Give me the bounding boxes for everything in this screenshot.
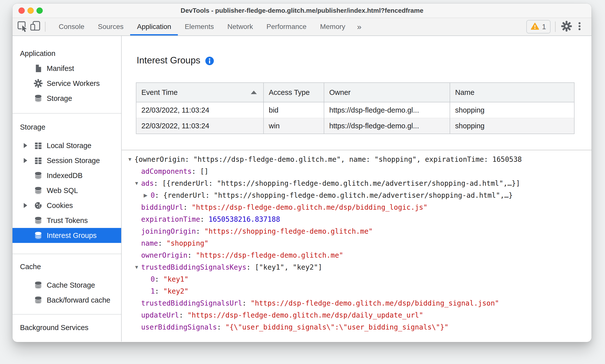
column-header-owner[interactable]: Owner: [324, 83, 450, 102]
sidebar-item-label: Trust Tokens: [47, 216, 88, 225]
column-header-label: Owner: [329, 88, 350, 97]
sidebar-item-back-forward-cache[interactable]: Back/forward cache: [12, 293, 121, 308]
property-key: trustedBiddingSignalsKeys: [141, 263, 246, 271]
property-key: updateUrl: [141, 311, 179, 319]
string-value: "{\"user_bidding_signals\":\"user_biddin…: [225, 323, 448, 331]
tab-network[interactable]: Network: [221, 18, 260, 35]
tree-expanded-arrow-icon[interactable]: ▼: [127, 157, 134, 162]
column-header-label: Name: [455, 88, 474, 97]
tree-expanded-arrow-icon[interactable]: ▼: [134, 264, 141, 270]
interest-group-details-tree: ▼{ownerOrigin: "https://dsp-fledge-demo.…: [122, 150, 592, 333]
expand-triangle-icon[interactable]: [24, 158, 34, 163]
preview-text: :: [196, 227, 204, 235]
tree-line[interactable]: biddingUrl: "https://dsp-fledge-demo.gli…: [122, 201, 592, 213]
tab-sources[interactable]: Sources: [91, 18, 130, 35]
tree-line[interactable]: trustedBiddingSignalsUrl: "https://dsp-f…: [122, 297, 592, 309]
tab-memory[interactable]: Memory: [313, 18, 352, 35]
column-header-name[interactable]: Name: [450, 83, 574, 102]
preview-text: : ["key1", "key2"]: [246, 263, 322, 271]
table-row[interactable]: 22/03/2022, 11:03:24bidhttps://dsp-fledg…: [136, 102, 574, 118]
property-key: userBiddingSignals: [141, 323, 217, 331]
zoom-button[interactable]: [36, 7, 43, 14]
tree-collapsed-arrow-icon[interactable]: ▶: [144, 192, 151, 198]
property-key: expirationTime: [141, 215, 200, 223]
tree-line[interactable]: ownerOrigin: "https://dsp-fledge-demo.gl…: [122, 249, 592, 261]
interest-groups-table: Event TimeAccess TypeOwnerName 22/03/202…: [136, 82, 575, 134]
sidebar-item-manifest[interactable]: Manifest: [12, 61, 121, 76]
tree-line[interactable]: joiningOrigin: "https://shopping-fledge-…: [122, 225, 592, 237]
tree-line[interactable]: updateUrl: "https://dsp-fledge-demo.glit…: [122, 309, 592, 321]
tab-performance[interactable]: Performance: [260, 18, 313, 35]
sidebar-item-label: Storage: [47, 94, 72, 103]
preview-text: :: [217, 323, 225, 331]
sidebar-item-trust-tokens[interactable]: Trust Tokens: [12, 213, 121, 228]
sidebar-section-background-services: Background ServicesBackground Fetch: [12, 315, 121, 342]
tree-line[interactable]: adComponents: []: [122, 165, 592, 177]
tree-line[interactable]: 0: "key1": [122, 273, 592, 285]
column-header-event-time[interactable]: Event Time: [136, 83, 264, 102]
sidebar-item-session-storage[interactable]: Session Storage: [12, 153, 121, 168]
db-icon: [34, 186, 43, 195]
tree-line[interactable]: ▼{ownerOrigin: "https://dsp-fledge-demo.…: [122, 153, 592, 165]
sidebar-item-label: Cookies: [47, 201, 73, 210]
sidebar-item-storage[interactable]: Storage: [12, 91, 121, 106]
sidebar-item-background-fetch[interactable]: Background Fetch: [12, 339, 121, 342]
sidebar-item-interest-groups[interactable]: Interest Groups: [12, 228, 121, 243]
sidebar-item-web-sql[interactable]: Web SQL: [12, 183, 121, 198]
cookie-icon: [34, 201, 43, 210]
preview-text: : []: [192, 167, 208, 176]
window-title: DevTools - publisher-fledge-demo.glitch.…: [181, 7, 423, 14]
sidebar-item-label: Web SQL: [47, 186, 78, 195]
table-icon: [34, 141, 43, 150]
titlebar: DevTools - publisher-fledge-demo.glitch.…: [12, 3, 592, 18]
preview-text: : {renderUrl: "https://shopping-fledge-d…: [155, 191, 513, 199]
tree-line[interactable]: ▶0: {renderUrl: "https://shopping-fledge…: [122, 189, 592, 201]
sidebar-item-label: Back/forward cache: [47, 296, 110, 304]
sidebar-item-local-storage[interactable]: Local Storage: [12, 138, 121, 153]
settings-button[interactable]: [560, 21, 573, 33]
sidebar-item-cookies[interactable]: Cookies: [12, 198, 121, 213]
tree-line[interactable]: userBiddingSignals: "{\"user_bidding_sig…: [122, 321, 592, 333]
info-icon[interactable]: [205, 57, 214, 65]
cell-owner: https://dsp-fledge-demo.gl...: [324, 102, 450, 118]
sidebar-section-title: Application: [12, 48, 121, 58]
preview-text: :: [155, 275, 163, 283]
toolbar-separator: [555, 21, 556, 32]
property-key: ads: [141, 179, 154, 187]
tree-expanded-arrow-icon[interactable]: ▼: [134, 181, 141, 186]
expand-triangle-icon[interactable]: [24, 203, 34, 208]
device-toolbar-button[interactable]: [29, 18, 42, 35]
sidebar-section-storage: StorageLocal StorageSession StorageIndex…: [12, 114, 121, 254]
close-button[interactable]: [18, 7, 25, 14]
tree-line[interactable]: expirationTime: 1650538216.837188: [122, 213, 592, 225]
expand-triangle-icon[interactable]: [24, 143, 34, 148]
sidebar-section-application: ApplicationManifestService WorkersStorag…: [12, 36, 121, 114]
more-tabs-button[interactable]: »: [352, 18, 366, 35]
sidebar-item-label: Service Workers: [47, 79, 100, 88]
db-icon: [34, 216, 43, 225]
column-header-access-type[interactable]: Access Type: [264, 83, 324, 102]
triangle-right-icon: [24, 158, 27, 163]
tree-line[interactable]: name: "shopping": [122, 237, 592, 249]
warning-icon: [531, 22, 539, 31]
tree-line[interactable]: ▼trustedBiddingSignalsKeys: ["key1", "ke…: [122, 261, 592, 273]
sidebar-item-cache-storage[interactable]: Cache Storage: [12, 278, 121, 293]
tab-application[interactable]: Application: [130, 18, 178, 35]
page-title: Interest Groups: [137, 55, 200, 66]
tab-console[interactable]: Console: [52, 18, 91, 35]
customize-devtools-button[interactable]: [573, 21, 586, 33]
inspect-element-button[interactable]: [16, 18, 29, 35]
cell-owner: https://dsp-fledge-demo.gl...: [324, 118, 450, 134]
sidebar-item-service-workers[interactable]: Service Workers: [12, 76, 121, 91]
sidebar-item-indexeddb[interactable]: IndexedDB: [12, 168, 121, 183]
table-row[interactable]: 22/03/2022, 11:03:24winhttps://dsp-fledg…: [136, 118, 574, 134]
minimize-button[interactable]: [27, 7, 34, 14]
issues-badge[interactable]: 1: [526, 20, 551, 33]
toolbar-separator: [45, 22, 45, 32]
string-value: "https://dsp-fledge-demo.glitch.me": [196, 251, 343, 259]
tree-line[interactable]: 1: "key2": [122, 285, 592, 297]
tab-elements[interactable]: Elements: [178, 18, 221, 35]
sidebar-item-label: IndexedDB: [47, 172, 83, 180]
tree-line[interactable]: ▼ads: [{renderUrl: "https://shopping-fle…: [122, 177, 592, 189]
interest-groups-panel: Interest Groups Event TimeAccess TypeOwn…: [122, 36, 592, 342]
